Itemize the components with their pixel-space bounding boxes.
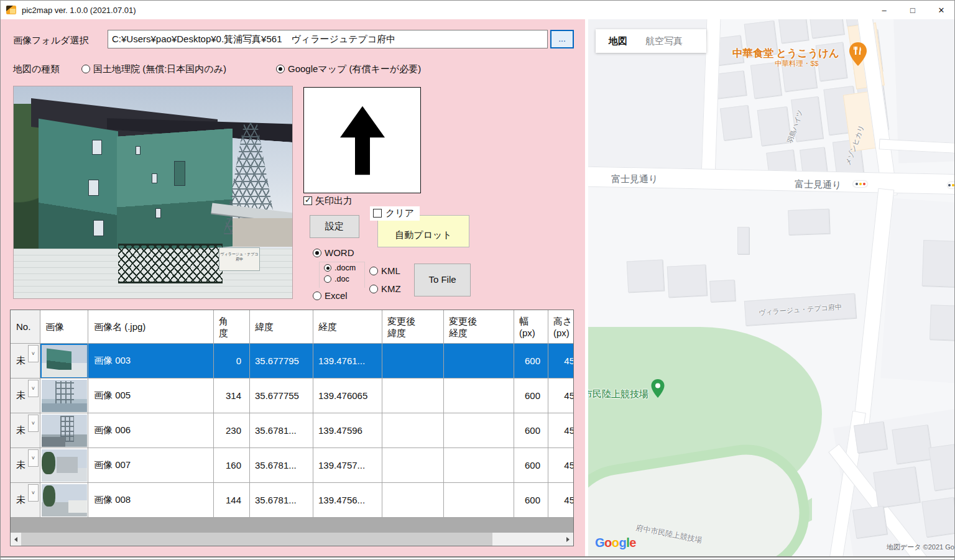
row-name-cell[interactable]: 画像 008 [88, 483, 214, 518]
radio-kmz[interactable] [369, 285, 378, 293]
radio-excel[interactable] [313, 291, 321, 300]
row-name-cell[interactable]: 画像 007 [88, 448, 214, 483]
row-newlng-cell[interactable] [444, 483, 514, 518]
row-lng-cell[interactable]: 139.47596 [313, 413, 382, 448]
row-height-cell[interactable]: 45 [548, 483, 574, 518]
row-width-cell[interactable]: 600 [514, 483, 548, 518]
radio-doc[interactable] [324, 275, 331, 283]
stadium-pin-icon[interactable] [650, 379, 665, 398]
row-status-cell[interactable]: 未˅ [11, 483, 40, 518]
folder-path-input[interactable]: C:¥Users¥pao¥Desktop¥0.箕浦写真¥561 ヴィラージュテプ… [108, 30, 548, 48]
row-status-cell[interactable]: 未˅ [11, 413, 40, 448]
poi-restaurant-name[interactable]: 中華食堂 とうこうけん [732, 47, 839, 60]
row-name-cell[interactable]: 画像 005 [88, 379, 214, 413]
map-canvas[interactable]: ヴィラージュ・テプコ府中 中華食堂 とうこうけん 中華料理・$$ 羽島ハイツ メ… [588, 19, 955, 558]
minimize-button[interactable]: – [870, 1, 898, 19]
arrow-output-checkbox-row[interactable]: 矢印出力 [303, 195, 353, 207]
row-angle-cell[interactable]: 230 [214, 413, 250, 448]
chevron-down-icon[interactable]: ˅ [28, 484, 39, 502]
stadium-label[interactable]: 市民陸上競技場 [588, 388, 648, 400]
row-lat-cell[interactable]: 35.6781... [250, 483, 313, 518]
table-row[interactable]: 未˅ 画像 005 314 35.677755 139.476065 600 4… [11, 379, 574, 413]
row-lat-cell[interactable]: 35.6781... [250, 413, 313, 448]
clear-checkbox[interactable] [373, 209, 382, 218]
row-height-cell[interactable]: 45 [548, 379, 574, 413]
row-newlat-cell[interactable] [382, 379, 444, 413]
radio-kml[interactable] [369, 267, 378, 275]
restaurant-pin-icon[interactable] [848, 42, 868, 67]
row-height-cell[interactable]: 45 [548, 413, 574, 448]
row-name-cell[interactable]: 画像 003 [88, 344, 214, 379]
row-status-cell[interactable]: 未˅ [11, 448, 40, 483]
radio-google[interactable] [276, 65, 285, 73]
radio-docm[interactable] [324, 264, 331, 272]
row-newlng-cell[interactable] [444, 379, 514, 413]
grid-header-row: No. 画像 画像名 (.jpg) 角 度 緯度 経度 変更後 緯度 変更後 経… [11, 310, 574, 344]
close-button[interactable]: ✕ [927, 1, 955, 19]
chevron-down-icon[interactable]: ˅ [28, 415, 39, 432]
row-newlng-cell[interactable] [444, 448, 514, 483]
chevron-down-icon[interactable]: ˅ [28, 380, 39, 397]
clear-checkbox-row[interactable]: クリア [370, 206, 420, 221]
row-status-cell[interactable]: 未˅ [11, 344, 40, 379]
row-lng-cell[interactable]: 139.4756... [313, 483, 382, 518]
arrow-output-checkbox[interactable] [303, 196, 312, 205]
row-newlng-cell[interactable] [444, 413, 514, 448]
browse-button[interactable]: ... [550, 30, 574, 48]
settings-button[interactable]: 設定 [310, 215, 359, 238]
table-row[interactable]: 未˅ 画像 007 160 35.6781... 139.4757... 600… [11, 448, 574, 483]
row-lng-cell[interactable]: 139.4761... [313, 344, 382, 379]
scrollbar-thumb[interactable] [21, 533, 492, 546]
row-angle-cell[interactable]: 160 [214, 448, 250, 483]
tab-map[interactable]: 地図 [609, 35, 627, 47]
row-lat-cell[interactable]: 35.6781... [250, 448, 313, 483]
row-height-cell[interactable]: 45 [548, 448, 574, 483]
scrollbar-left-arrow[interactable] [11, 533, 21, 546]
row-width-cell[interactable]: 600 [514, 448, 548, 483]
row-angle-cell[interactable]: 144 [214, 483, 250, 518]
format-option-doc[interactable]: .doc [324, 275, 349, 283]
row-name-cell[interactable]: 画像 006 [88, 413, 214, 448]
tab-satellite[interactable]: 航空写真 [645, 35, 683, 47]
row-angle-cell[interactable]: 0 [214, 344, 250, 379]
row-newlat-cell[interactable] [382, 483, 444, 518]
horizontal-scrollbar[interactable] [11, 533, 573, 546]
row-lat-cell[interactable]: 35.677795 [250, 344, 313, 379]
chevron-down-icon[interactable]: ˅ [28, 449, 39, 467]
radio-gsi[interactable] [81, 65, 90, 73]
to-file-button[interactable]: To File [414, 264, 471, 296]
scrollbar-right-arrow[interactable] [563, 533, 573, 546]
scrollbar-track[interactable] [21, 533, 563, 546]
row-height-cell[interactable]: 45 [548, 344, 574, 379]
format-option-word[interactable]: WORD [313, 247, 354, 259]
row-width-cell[interactable]: 600 [514, 344, 548, 379]
format-option-kmz[interactable]: KMZ [369, 283, 401, 295]
folder-select-label: 画像フォルダ選択 [13, 35, 88, 47]
maximize-button[interactable]: □ [898, 1, 927, 19]
table-row[interactable]: 未˅ 画像 003 0 35.677795 139.4761... 600 45 [11, 344, 574, 379]
row-newlng-cell[interactable] [444, 344, 514, 379]
row-width-cell[interactable]: 600 [514, 413, 548, 448]
row-newlat-cell[interactable] [382, 344, 444, 379]
row-lng-cell[interactable]: 139.476065 [313, 379, 382, 413]
row-lng-cell[interactable]: 139.4757... [313, 448, 382, 483]
row-status-cell[interactable]: 未˅ [11, 379, 40, 413]
map-type-option-gsi[interactable]: 国土地理院 (無償:日本国内のみ) [81, 63, 226, 75]
row-newlat-cell[interactable] [382, 413, 444, 448]
row-newlat-cell[interactable] [382, 448, 444, 483]
map-building [737, 227, 749, 254]
radio-word[interactable] [313, 249, 321, 257]
format-option-excel[interactable]: Excel [313, 290, 348, 301]
row-width-cell[interactable]: 600 [514, 379, 548, 413]
map-type-option-google[interactable]: Googleマップ (有償キーが必要) [276, 63, 421, 75]
window-bottom-edge [1, 556, 955, 559]
table-row[interactable]: 未˅ 画像 008 144 35.6781... 139.4756... 600… [11, 483, 574, 518]
google-logo[interactable]: Google [595, 536, 636, 550]
table-row[interactable]: 未˅ 画像 006 230 35.6781... 139.47596 600 4… [11, 413, 574, 448]
row-angle-cell[interactable]: 314 [214, 379, 250, 413]
chevron-down-icon[interactable]: ˅ [28, 345, 39, 362]
col-header-no: No. [11, 310, 40, 344]
format-option-kml[interactable]: KML [369, 265, 400, 277]
row-lat-cell[interactable]: 35.677755 [250, 379, 313, 413]
format-option-docm[interactable]: .docm [324, 264, 356, 272]
